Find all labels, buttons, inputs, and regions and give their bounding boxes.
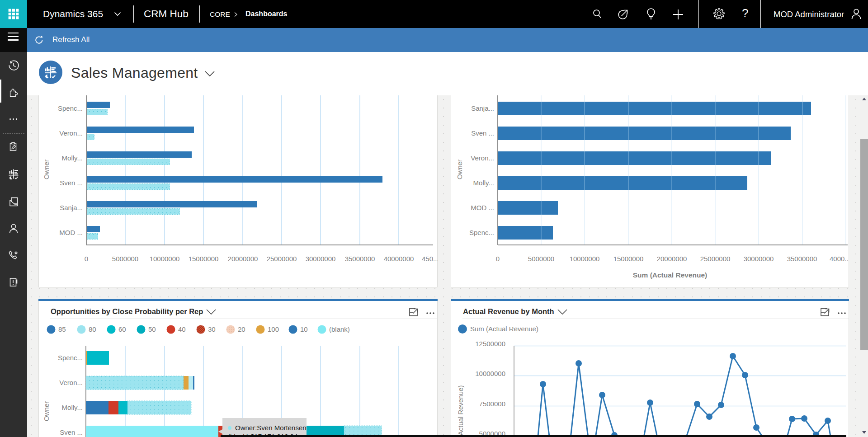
svg-text:Sum (Actual Revenue): Sum (Actual Revenue) [457,385,464,437]
svg-text:60: 60 [118,325,126,333]
svg-text:Veron...: Veron... [59,129,83,137]
svg-text:Sven ...: Sven ... [60,179,83,187]
svg-text:Spenc...: Spenc... [469,229,494,236]
svg-text:Sanja...: Sanja... [60,204,83,211]
svg-text:Owner:Sven Mortensen: Owner:Sven Mortensen [235,424,307,432]
svg-text:Spenc...: Spenc... [58,354,83,362]
svg-text:Owner: Owner [42,160,50,179]
svg-text:35000000: 35000000 [787,255,817,263]
svg-text:5000000: 5000000 [528,255,554,263]
svg-text:Sum (Actual Revenue): Sum (Actual Revenue) [633,271,708,279]
svg-text:Opportunities by Close Probabi: Opportunities by Close Probability per R… [51,307,203,315]
svg-text:MOD ...: MOD ... [59,229,83,236]
svg-text:5000000: 5000000 [112,255,138,263]
svg-text:Spenc...: Spenc... [58,104,83,112]
svg-text:450...: 450... [422,255,438,263]
svg-text:Sanja...: Sanja... [471,104,494,112]
svg-text:20000000: 20000000 [657,255,687,263]
svg-text:50: 50 [148,325,156,333]
svg-text:100: 100 [268,325,279,333]
svg-text:MOD ...: MOD ... [471,204,494,211]
svg-text:20000000: 20000000 [228,255,258,263]
svg-text:15000000: 15000000 [189,255,219,263]
svg-text:0: 0 [496,255,500,263]
svg-text:80: 80 [89,325,96,333]
svg-text:Sven ...: Sven ... [471,129,494,137]
svg-text:0: 0 [85,255,88,263]
svg-text:25000000: 25000000 [267,255,297,263]
svg-text:30000000: 30000000 [744,255,774,263]
svg-text:20: 20 [238,325,245,333]
svg-text:Molly...: Molly... [62,154,83,162]
svg-text:35000000: 35000000 [345,255,375,263]
svg-text:30000000: 30000000 [306,255,336,263]
svg-text:Sven ...: Sven ... [60,428,83,436]
svg-text:Veron...: Veron... [59,379,83,386]
svg-text:Owner: Owner [456,160,463,179]
svg-text:Actual Revenue by Month: Actual Revenue by Month [463,307,554,315]
svg-text:40000000: 40000000 [384,255,414,263]
svg-text:7500000: 7500000 [479,400,505,408]
svg-text:(blank): (blank) [329,325,350,333]
svg-text:15000000: 15000000 [613,255,644,263]
svg-text:30: 30 [208,325,216,333]
svg-text:10: 10 [300,325,308,333]
svg-text:10000000: 10000000 [475,370,505,377]
svg-text:Sum (Actual Revenue): Sum (Actual Revenue) [470,325,538,333]
svg-text:Molly...: Molly... [62,404,83,411]
svg-text:10000000: 10000000 [150,255,180,263]
svg-text:Veron...: Veron... [471,154,494,162]
svg-text:10000000: 10000000 [570,255,600,263]
svg-text:4000...: 4000... [830,255,849,263]
svg-text:85: 85 [58,325,66,333]
svg-text:Molly...: Molly... [473,179,494,187]
svg-text:12500000: 12500000 [475,340,505,348]
svg-text:Owner: Owner [42,401,50,421]
svg-text:40: 40 [178,325,186,333]
svg-text:25000000: 25000000 [700,255,731,263]
